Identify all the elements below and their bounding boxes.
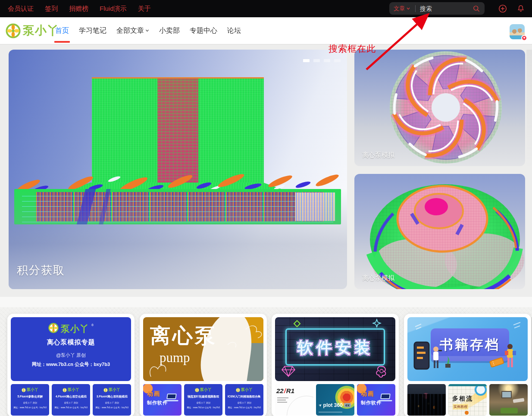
- topic-card-software-install[interactable]: 软件安装 22/R1 ➤ plot 360 ex: [272, 314, 399, 416]
- thumbnail-city-night-photo[interactable]: [407, 384, 446, 416]
- search-icon[interactable]: [473, 5, 480, 13]
- pinwheel-logo-icon: [63, 388, 67, 392]
- nav-menu: 首页 学习笔记 全部文章 小卖部 专题中心 论坛: [55, 17, 241, 44]
- topbar-item-fluid-demo[interactable]: Fluid演示: [100, 5, 127, 13]
- topbar-menu: 会员认证 签到 捐赠榜 Fluid演示 关于: [8, 0, 151, 17]
- search-category-dropdown[interactable]: 文章: [394, 5, 410, 13]
- poster-site: 网址：www.7b3.cn 公众号：bxy7b3: [187, 406, 219, 409]
- notification-bell-icon[interactable]: [516, 4, 525, 13]
- nav-item-all-articles[interactable]: 全部文章: [116, 26, 149, 35]
- thumbnail-fluent-cavitation[interactable]: 泵小丫 4.Fluent离心泵空化模拟 @泵小丫 原创 网址：www.7b3.c…: [52, 384, 90, 416]
- cfd-mesh-center-band: [157, 79, 198, 183]
- topic-card-pump[interactable]: 离心泵 pump 动画 制作软件 泵小丫 轴流泵叶轮建模视频教程 @泵小丫 原创…: [140, 314, 267, 416]
- pinwheel-logo-icon: [195, 388, 199, 392]
- site-logo[interactable]: 泵小丫: [6, 23, 59, 38]
- neon-diamond-green-icon: [292, 319, 302, 328]
- topbar-item-member-auth[interactable]: 会员认证: [8, 5, 34, 13]
- thumbnail-room-render[interactable]: [489, 384, 528, 416]
- chevron-down-icon: [145, 29, 149, 32]
- topic-card-book-archive[interactable]: 书籍存档 多相流 实例教程: [404, 314, 531, 416]
- side-card-impeller-front[interactable]: 离心泵模拟: [354, 50, 525, 166]
- poster-site: 网址：www.7b3.cn 公众号：bxy7b3: [13, 406, 46, 409]
- cfd-mesh-band: [14, 189, 341, 224]
- carousel-dot[interactable]: [324, 59, 330, 62]
- thumbnail-tecplot-360ex[interactable]: ➤ plot 360 ex: [316, 384, 354, 416]
- card-thumbnails: 泵小丫 5.Fluent参数化求解 @泵小丫 原创 网址：www.7b3.cn …: [11, 384, 131, 416]
- thumbnail-fluent-param[interactable]: 泵小丫 5.Fluent参数化求解 @泵小丫 原创 网址：www.7b3.cn …: [11, 384, 49, 416]
- topic-card-cover[interactable]: 书籍存档: [407, 317, 528, 381]
- tecplot-logo-icon: ➤: [318, 403, 323, 408]
- topic-card-centrifugal-pump[interactable]: 泵小丫 ® 离心泵模拟专题 @泵小丫 原创 网址：www.7b3.cn 公众号：…: [7, 314, 135, 416]
- thumbnail-animation-software[interactable]: 动画 制作软件: [357, 384, 395, 416]
- poster-title: 离心泵: [150, 322, 217, 350]
- search-category-label: 文章: [394, 5, 405, 13]
- thumbnail-axial-pump-modeling[interactable]: 泵小丫 轴流泵叶轮建模视频教程 @泵小丫 原创 网址：www.7b3.cn 公众…: [184, 384, 222, 416]
- topic-card-cover[interactable]: 泵小丫 ® 离心泵模拟专题 @泵小丫 原创 网址：www.7b3.cn 公众号：…: [11, 317, 131, 381]
- carousel-dot[interactable]: [334, 59, 341, 62]
- billboard: 书籍存档: [431, 328, 509, 361]
- carousel-indicators: [303, 59, 341, 62]
- fine-print-lines: [275, 396, 288, 403]
- publish-plus-icon[interactable]: [498, 4, 507, 13]
- section-divider: [0, 297, 532, 307]
- topbar-item-about[interactable]: 关于: [138, 5, 151, 13]
- top-bar: 会员认证 签到 捐赠榜 Fluid演示 关于 文章: [0, 0, 532, 17]
- thumb-title: 动画: [361, 390, 375, 398]
- pinwheel-logo-icon: [48, 323, 59, 333]
- poster-brand: 泵小丫: [27, 387, 38, 393]
- thumbnail-ansys-2022r1[interactable]: 22/R1: [275, 384, 313, 416]
- thumb-subtitle: 实例教程: [453, 404, 468, 410]
- release-text: R1: [286, 387, 294, 394]
- search-input[interactable]: [420, 5, 473, 12]
- nav-item-all-articles-label: 全部文章: [116, 26, 144, 35]
- cfd-mesh-block: [92, 77, 264, 183]
- poster-site: 网址：www.7b3.cn 公众号：bxy7b3: [54, 406, 87, 409]
- thumbnail-multiphase-flow-tutorial[interactable]: 多相流 实例教程: [448, 384, 487, 416]
- thumbnail-animation-software[interactable]: 动画 制作软件: [143, 384, 182, 416]
- hero-carousel-slide[interactable]: 积分获取: [9, 50, 347, 289]
- search-box[interactable]: 文章: [389, 2, 485, 15]
- pinwheel-logo-icon: [22, 388, 26, 392]
- thumb-title: 动画: [147, 390, 161, 398]
- search-divider: [415, 5, 416, 12]
- carousel-dot[interactable]: [313, 59, 320, 62]
- nav-item-topic-center[interactable]: 专题中心: [190, 26, 217, 35]
- fine-print-line: [319, 412, 342, 413]
- poster-brand: 泵小丫: [241, 387, 253, 393]
- chevron-down-icon: [407, 7, 410, 10]
- window-shape: [501, 391, 512, 398]
- poster-subtitle: pump: [160, 350, 190, 366]
- poster-logo: 泵小丫 ®: [48, 323, 94, 335]
- neon-star-icon: [371, 318, 382, 329]
- neon-rose-icon: [374, 364, 389, 379]
- card-thumbnails: 22/R1 ➤ plot 360 ex 动画 制作软件: [275, 384, 395, 416]
- card-thumbnails: 多相流 实例教程: [407, 384, 528, 416]
- laptop-icon: [380, 394, 391, 399]
- poster-brand: 泵小丫: [68, 387, 79, 393]
- carousel-dot-active[interactable]: [303, 59, 310, 62]
- poster-author: @泵小丫 原创: [56, 352, 86, 359]
- poster-brand: 泵小丫: [61, 323, 89, 335]
- poster-title: 3.Fluent离心泵性能模拟: [96, 394, 127, 399]
- poster-site: 网址：www.7b3.cn 公众号：bxy7b3: [32, 361, 110, 368]
- topic-card-cover[interactable]: 软件安装: [275, 317, 395, 381]
- topbar-item-donate-list[interactable]: 捐赠榜: [69, 5, 88, 13]
- mat-shape: [501, 408, 518, 413]
- impeller-front-illustration: [354, 50, 525, 166]
- nav-item-study-notes[interactable]: 学习笔记: [79, 26, 106, 35]
- poster-author: @泵小丫 原创: [105, 401, 119, 405]
- topbar-item-checkin[interactable]: 签到: [45, 5, 58, 13]
- pinwheel-logo-icon: [6, 23, 21, 38]
- avatar-badge-icon: ♥: [521, 35, 527, 41]
- poster-site: 网址：www.7b3.cn 公众号：bxy7b3: [228, 406, 260, 409]
- hero-caption: 积分获取: [17, 263, 65, 278]
- nav-item-shop[interactable]: 小卖部: [159, 26, 180, 35]
- nav-item-forum[interactable]: 论坛: [227, 26, 241, 35]
- thumbnail-icem-tutorial[interactable]: 泵小丫 ICEM入门到精通教程合集 @泵小丫 原创 网址：www.7b3.cn …: [225, 384, 263, 416]
- pinwheel-logo-icon: [103, 388, 108, 392]
- nav-item-home[interactable]: 首页: [55, 26, 69, 35]
- side-card-impeller-3d[interactable]: 离心泵模拟: [354, 174, 525, 289]
- topic-card-cover[interactable]: 离心泵 pump: [143, 317, 263, 381]
- magnifier-icon: [475, 384, 487, 396]
- thumbnail-fluent-performance[interactable]: 泵小丫 3.Fluent离心泵性能模拟 @泵小丫 原创 网址：www.7b3.c…: [93, 384, 131, 416]
